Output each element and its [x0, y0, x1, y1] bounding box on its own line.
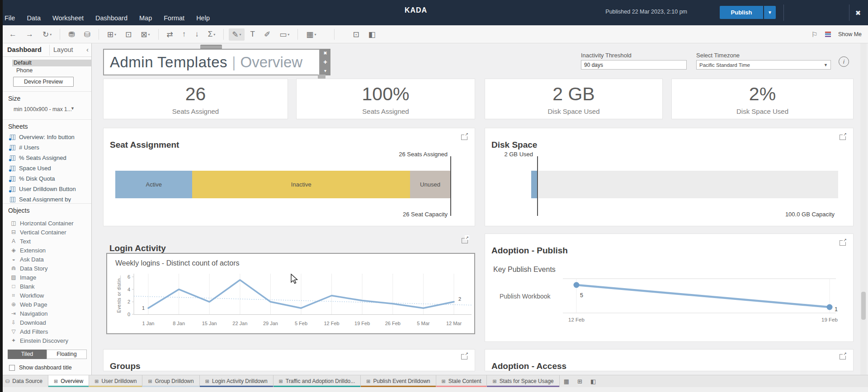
object-item-web-page[interactable]: ⊕Web Page	[3, 300, 91, 309]
go-to-sheet-icon[interactable]	[461, 135, 467, 140]
kpi-card[interactable]: 2%Disk Space Used	[671, 79, 854, 119]
tab-group-drilldown[interactable]: ⊞Group Drilldown	[142, 375, 199, 387]
sheet-item[interactable]: % Disk Quota	[3, 173, 91, 184]
size-dropdown[interactable]: min 1000x900 - max 1...	[14, 106, 72, 112]
menu-worksheet[interactable]: Worksheet	[52, 14, 84, 22]
tab-login-activity-drilldown[interactable]: ⊞Login Activity Drilldown	[200, 375, 274, 387]
login-activity-chart[interactable]: 0246Events or distin..121 Jan8 Jan15 Jan…	[107, 254, 474, 333]
inactivity-threshold-input[interactable]	[581, 60, 687, 70]
show-me-label[interactable]: Show Me	[838, 31, 862, 37]
tab-stale-content[interactable]: ⊞Stale Content	[436, 375, 487, 387]
menu-help[interactable]: Help	[196, 14, 210, 22]
remove-item-icon[interactable]: ✖	[323, 51, 327, 56]
sort-ascending-icon[interactable]: ↑	[179, 28, 189, 40]
tab-publish-event-drilldown[interactable]: ⊞Publish Event Drilldown	[361, 375, 436, 387]
seat-segment-unused[interactable]: Unused	[410, 171, 450, 198]
show-me-icon[interactable]	[825, 32, 831, 37]
object-item-image[interactable]: ▨Image	[3, 273, 91, 282]
tab-dashboard[interactable]: Dashboard	[7, 46, 42, 53]
item-more-options-icon[interactable]: ▾	[324, 68, 326, 74]
object-item-blank[interactable]: □Blank	[3, 282, 91, 291]
collapse-pane-icon[interactable]: ‹	[86, 46, 89, 53]
object-item-text[interactable]: AText	[3, 237, 91, 246]
view-cards-icon[interactable]: ▦▾	[303, 28, 319, 41]
show-mark-labels-icon[interactable]: T	[247, 28, 258, 40]
login-activity-sheet[interactable]: Weekly logins - Distinct count of actors…	[106, 253, 475, 334]
seat-segment-active[interactable]: Active	[115, 171, 192, 198]
new-dashboard-tab-icon[interactable]: ⊞	[573, 375, 586, 387]
menu-file[interactable]: File	[5, 14, 15, 22]
go-to-sheet-icon[interactable]	[461, 354, 467, 359]
object-item-vertical-container[interactable]: ⊟Vertical Container	[3, 228, 91, 237]
device-item-default[interactable]: Default	[12, 60, 92, 66]
swap-rows-columns-icon[interactable]: ⇄	[164, 28, 176, 41]
object-item-workflow[interactable]: ⌗Workflow	[3, 291, 91, 300]
device-layouts-icon[interactable]: ◧	[365, 28, 379, 41]
device-designer-icon[interactable]: ⚐	[811, 30, 818, 39]
object-item-einstein-discovery[interactable]: ✦Einstein Discovery	[3, 336, 91, 345]
object-item-horizontal-container[interactable]: ◫Horizontal Container	[3, 219, 91, 228]
publish-dropdown-icon[interactable]: ▼	[764, 6, 776, 19]
pin-item-icon[interactable]: ✚	[323, 60, 327, 65]
device-preview-button[interactable]: Device Preview	[13, 77, 74, 87]
go-to-sheet-icon[interactable]	[840, 135, 846, 140]
new-worksheet-tab-icon[interactable]: ▦	[560, 375, 573, 387]
sheet-item[interactable]: Overview: Info button	[3, 132, 91, 142]
kpi-card[interactable]: 2 GBDisk Space Used	[485, 79, 663, 119]
tab-data-source[interactable]: ⛁Data Source	[0, 375, 48, 387]
show-dashboard-title-checkbox[interactable]	[9, 365, 15, 371]
kpi-card[interactable]: 26Seats Assigned	[103, 79, 288, 119]
tab-overview[interactable]: ⊞Overview	[48, 375, 89, 387]
tab-stats-for-space-usage[interactable]: ⊞Stats for Space Usage	[487, 375, 559, 387]
disk-used-bar[interactable]	[531, 171, 537, 198]
menu-data[interactable]: Data	[27, 14, 41, 22]
duplicate-sheet-icon[interactable]: ⊡	[122, 28, 135, 41]
sheet-item[interactable]: Space Used	[3, 163, 91, 173]
object-item-extension[interactable]: ◈Extension	[3, 246, 91, 255]
replay-icon[interactable]: ↻▾	[39, 28, 55, 41]
seat-segment-inactive[interactable]: Inactive	[192, 171, 410, 198]
annotate-icon[interactable]: ✐	[261, 28, 274, 41]
borders-icon[interactable]: ▭▾	[276, 28, 292, 41]
new-worksheet-icon[interactable]: ⊞▾	[104, 28, 119, 41]
menu-map[interactable]: Map	[139, 14, 152, 22]
info-icon[interactable]: i	[839, 56, 849, 67]
sheet-item[interactable]: User Drilldown Button	[3, 184, 91, 194]
tab-layout[interactable]: Layout	[53, 46, 73, 53]
window-close-icon[interactable]: ✖	[853, 8, 863, 19]
scrollbar-thumb[interactable]	[861, 292, 866, 320]
object-item-download[interactable]: ⇩Download	[3, 318, 91, 327]
object-item-data-story[interactable]: ⋒Data Story	[3, 264, 91, 273]
timezone-select[interactable]: Pacific Standard Time ▼	[696, 60, 831, 70]
tab-traffic-and-adoption-drilldo-[interactable]: ⊞Traffic and Adoption Drilldo...	[274, 375, 361, 387]
new-story-tab-icon[interactable]: ◧	[586, 375, 600, 387]
sheet-item[interactable]: % Seats Assigned	[3, 153, 91, 163]
clear-sheet-icon[interactable]: ⊠▾	[137, 28, 153, 41]
redo-icon[interactable]: →	[23, 28, 37, 40]
sheet-item[interactable]: Seat Assignment by	[3, 194, 91, 202]
object-item-navigation[interactable]: ⇥Navigation	[3, 309, 91, 318]
go-to-sheet-icon[interactable]	[840, 354, 846, 359]
highlight-icon[interactable]: ✎▾	[229, 28, 244, 41]
undo-icon[interactable]: ←	[6, 28, 20, 40]
presentation-mode-icon[interactable]: ⊡	[349, 28, 362, 41]
selection-handle[interactable]	[318, 75, 326, 79]
tiled-button[interactable]: Tiled	[8, 350, 47, 359]
totals-icon[interactable]: Σ▾	[205, 28, 219, 40]
disk-capacity-bar[interactable]	[538, 171, 838, 198]
go-to-sheet-icon[interactable]	[462, 238, 468, 243]
publish-button[interactable]: Publish	[720, 6, 763, 19]
seat-assignment-bar[interactable]: ActiveInactiveUnused	[115, 171, 450, 198]
object-item-ask-data[interactable]: ◒Ask Data	[3, 255, 91, 264]
new-data-source-icon[interactable]: ⛃	[65, 28, 78, 41]
dashboard-title-container[interactable]: Admin Templates | Overview	[103, 49, 320, 75]
tab-user-drilldown[interactable]: ⊞User Drilldown	[89, 375, 142, 387]
pause-auto-updates-icon[interactable]: ⛁	[81, 28, 94, 41]
sort-descending-icon[interactable]: ↓	[192, 28, 202, 40]
floating-button[interactable]: Floating	[47, 350, 87, 359]
device-item-phone[interactable]: Phone	[16, 67, 33, 74]
object-item-add-filters[interactable]: ▽Add Filters	[3, 327, 91, 336]
size-dropdown-caret-icon[interactable]: ▼	[71, 106, 75, 111]
adoption-publish-chart[interactable]: 5112 Feb19 Feb	[485, 234, 853, 331]
kpi-card[interactable]: 100%Seats Assigned	[296, 79, 475, 119]
